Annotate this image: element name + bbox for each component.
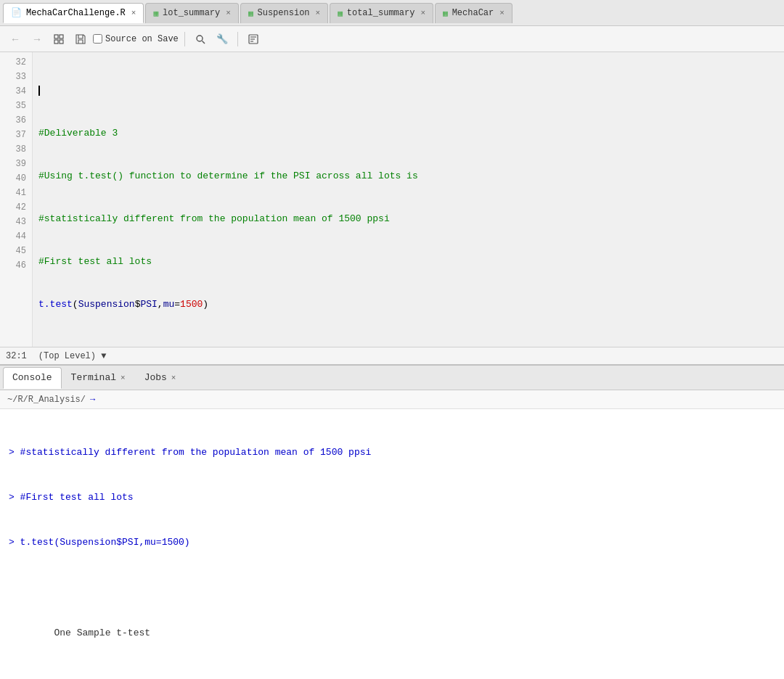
code-line-37: t.test(Suspension$PSI,mu=1500) bbox=[38, 297, 778, 312]
toolbar-separator-2 bbox=[237, 32, 238, 46]
svg-line-5 bbox=[202, 41, 205, 44]
tools-button[interactable]: 🔧 bbox=[213, 30, 232, 48]
save-button[interactable] bbox=[71, 30, 90, 48]
table-icon: ▦ bbox=[153, 9, 158, 18]
console-tab-bar: Console Terminal × Jobs × bbox=[0, 366, 784, 390]
tab-close-mechacar-r[interactable]: × bbox=[131, 9, 136, 17]
compile-button[interactable] bbox=[244, 30, 263, 48]
tab-lot-summary[interactable]: ▦ lot_summary × bbox=[145, 3, 238, 23]
r-file-icon: 📄 bbox=[11, 7, 22, 18]
line-numbers: 32 33 34 35 36 37 38 39 40 41 42 43 44 4… bbox=[0, 52, 33, 347]
console-output[interactable]: > #statistically different from the popu… bbox=[0, 409, 784, 679]
cursor-position: 32:1 bbox=[6, 351, 27, 361]
tab-label: MechaCarChallenge.R bbox=[26, 8, 126, 18]
tab-close-mechacar[interactable]: × bbox=[499, 9, 505, 17]
console-line: > #statistically different from the popu… bbox=[9, 445, 775, 461]
code-content[interactable]: #Deliverable 3 #Using t.test() function … bbox=[33, 52, 784, 347]
svg-point-4 bbox=[197, 36, 203, 41]
tab-terminal[interactable]: Terminal × bbox=[62, 367, 135, 389]
tab-close-suspension[interactable]: × bbox=[316, 9, 321, 17]
code-level[interactable]: (Top Level) ▼ bbox=[38, 351, 107, 361]
search-button[interactable] bbox=[191, 30, 210, 48]
console-section: Console Terminal × Jobs × ~/R/R_Analysis… bbox=[0, 364, 784, 679]
code-line-35: #statistically different from the popula… bbox=[38, 212, 778, 226]
tab-label: Suspension bbox=[258, 8, 310, 18]
navigate-icon[interactable]: → bbox=[90, 395, 95, 405]
editor-status-bar: 32:1 (Top Level) ▼ bbox=[0, 347, 784, 364]
svg-rect-2 bbox=[60, 35, 63, 38]
editor-toolbar: ← → Source on Save 🔧 bbox=[0, 26, 784, 52]
tab-label: lot_summary bbox=[163, 8, 220, 18]
console-tab-label: Console bbox=[12, 372, 52, 383]
tab-suspension[interactable]: ▦ Suspension × bbox=[240, 3, 328, 23]
terminal-tab-label: Terminal bbox=[71, 372, 116, 383]
tab-jobs[interactable]: Jobs × bbox=[135, 367, 186, 389]
show-in-files-button[interactable] bbox=[49, 30, 68, 48]
tab-label: MechaCar bbox=[452, 8, 494, 18]
console-path-bar: ~/R/R_Analysis/ → bbox=[0, 390, 784, 409]
code-line-33: #Deliverable 3 bbox=[38, 126, 778, 141]
console-path: ~/R/R_Analysis/ bbox=[7, 395, 86, 405]
level-dropdown-icon: ▼ bbox=[101, 351, 106, 361]
tab-total-summary[interactable]: ▦ total_summary × bbox=[330, 3, 433, 23]
svg-rect-0 bbox=[54, 35, 58, 38]
console-line bbox=[9, 672, 775, 679]
console-line: > #First test all lots bbox=[9, 490, 775, 506]
code-line-36: #First test all lots bbox=[38, 255, 778, 269]
source-on-save-label[interactable]: Source on Save bbox=[93, 34, 179, 44]
main-content: 32 33 34 35 36 37 38 39 40 41 42 43 44 4… bbox=[0, 52, 784, 679]
jobs-tab-label: Jobs bbox=[144, 372, 167, 383]
source-on-save-checkbox[interactable] bbox=[93, 34, 102, 44]
tab-mechacar-r[interactable]: 📄 MechaCarChallenge.R × bbox=[3, 3, 144, 23]
terminal-tab-close[interactable]: × bbox=[121, 374, 126, 382]
editor-tab-bar: 📄 MechaCarChallenge.R × ▦ lot_summary × … bbox=[0, 0, 784, 26]
tab-console[interactable]: Console bbox=[3, 367, 62, 389]
tab-close-total-summary[interactable]: × bbox=[420, 9, 425, 17]
table-icon: ▦ bbox=[338, 9, 343, 18]
code-editor[interactable]: 32 33 34 35 36 37 38 39 40 41 42 43 44 4… bbox=[0, 52, 784, 347]
console-line: > t.test(Suspension$PSI,mu=1500) bbox=[9, 535, 775, 551]
toolbar-separator bbox=[184, 32, 185, 46]
code-line-34: #Using t.test() function to determine if… bbox=[38, 169, 778, 184]
table-icon: ▦ bbox=[248, 9, 253, 18]
table-icon: ▦ bbox=[443, 9, 448, 18]
tab-mechacar[interactable]: ▦ MechaCar × bbox=[435, 3, 513, 23]
code-line-32 bbox=[38, 83, 778, 98]
tab-close-lot-summary[interactable]: × bbox=[226, 9, 231, 17]
code-line-38 bbox=[38, 340, 778, 347]
console-line: One Sample t-test bbox=[9, 626, 775, 641]
console-line bbox=[9, 581, 775, 596]
jobs-tab-close[interactable]: × bbox=[171, 374, 176, 382]
svg-rect-1 bbox=[54, 40, 58, 44]
editor-section: 32 33 34 35 36 37 38 39 40 41 42 43 44 4… bbox=[0, 52, 784, 364]
tab-label: total_summary bbox=[347, 8, 415, 18]
svg-rect-3 bbox=[60, 40, 63, 44]
forward-button[interactable]: → bbox=[28, 30, 46, 48]
back-button[interactable]: ← bbox=[6, 30, 25, 48]
